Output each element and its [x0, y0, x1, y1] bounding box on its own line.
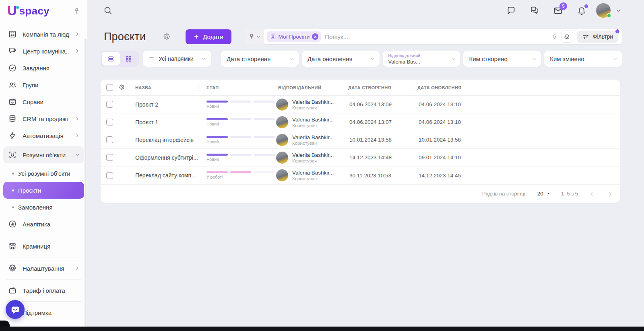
- stage-segment: [206, 136, 228, 138]
- billing-icon: [8, 286, 17, 295]
- sidebar-item-4[interactable]: Справи: [3, 93, 84, 110]
- search-input[interactable]: [325, 33, 549, 40]
- dropdown-value: Valeriia Bas...: [388, 59, 451, 65]
- sidebar-item-label: Групи: [23, 82, 80, 88]
- logo-u-mark: U: [7, 4, 17, 18]
- grid-view-icon: [125, 55, 132, 63]
- column-header-updated[interactable]: ДАТА ОНОВЛЕННЯ: [409, 84, 620, 91]
- sidebar-pin-icon[interactable]: [73, 8, 80, 14]
- add-button[interactable]: Додати: [186, 29, 231, 44]
- grid-view-button[interactable]: [120, 52, 138, 66]
- logo-dot-icon: [16, 6, 19, 9]
- table-row[interactable]: Оформлення субтитрі... Новий Valeriia Ba…: [101, 149, 620, 167]
- row-checkbox[interactable]: [106, 172, 113, 179]
- project-name[interactable]: Проєкт 1: [135, 119, 198, 125]
- owner-name: Valeriia Bashkir...: [292, 152, 334, 158]
- sidebar-item-0[interactable]: Компанія та люди: [3, 26, 84, 43]
- search-bar: Мої Проєкти 5 Фільтри: [245, 29, 622, 44]
- search-icon[interactable]: [103, 6, 113, 15]
- owner-name: Valeriia Bashkir...: [292, 170, 334, 176]
- smart-objects-icon: [8, 150, 17, 159]
- bullet-icon: [12, 173, 14, 175]
- saved-filters-pin-button[interactable]: [245, 29, 264, 44]
- column-header-owner[interactable]: ВІДПОВІДАЛЬНИЙ: [270, 84, 340, 91]
- table-row[interactable]: Проєкт 2 Новий Valeriia Bashkir... Корис…: [101, 96, 620, 113]
- direction-dropdown[interactable]: Усі напрямки: [143, 51, 211, 67]
- sidebar-subitem-9[interactable]: Проєкти: [3, 182, 84, 199]
- sidebar-item-5[interactable]: CRM та продажі: [3, 110, 84, 127]
- row-checkbox[interactable]: [106, 119, 113, 125]
- bell-icon[interactable]: [577, 6, 586, 15]
- sidebar-divider: [6, 257, 81, 257]
- table-row[interactable]: Проєкт 1 Новий Valeriia Bashkir... Корис…: [101, 113, 620, 131]
- table-row[interactable]: Переклад сайту комп... У роботі Valeriia…: [101, 167, 620, 184]
- filter-dropdowns: Дата створення Дата оновлення Відповідал…: [221, 51, 622, 67]
- saved-filter-chip[interactable]: Мої Проєкти: [267, 31, 321, 42]
- next-page-button[interactable]: [607, 191, 613, 197]
- table-settings-gear-icon[interactable]: [118, 84, 135, 91]
- rows-per-page-select[interactable]: 20: [537, 191, 551, 197]
- column-header-created[interactable]: ДАТА СТВОРЕННЯ: [340, 84, 409, 91]
- select-all-checkbox[interactable]: [106, 84, 113, 91]
- list-view-icon: [107, 55, 115, 63]
- sidebar-item-17[interactable]: Тариф і оплата: [3, 282, 84, 299]
- stage-label: Новий: [206, 121, 275, 126]
- clear-search-button[interactable]: [561, 31, 573, 43]
- support-chat-launcher[interactable]: [6, 300, 25, 319]
- owner-role: Користувач: [292, 158, 334, 163]
- sidebar-subitem-10[interactable]: Замовлення: [3, 199, 84, 216]
- sidebar-item-3[interactable]: Групи: [3, 76, 84, 93]
- table-row[interactable]: Переклад інтерфейсів Новий Valeriia Bash…: [101, 131, 620, 149]
- project-name[interactable]: Проєкт 2: [135, 101, 198, 108]
- row-checkbox[interactable]: [106, 101, 113, 108]
- results-count: 5: [553, 33, 556, 40]
- uspacy-logo[interactable]: Uspacy: [7, 4, 50, 18]
- sidebar-item-label: Налаштування: [23, 265, 69, 272]
- created-date: 30.11.2023 10:53: [340, 173, 409, 179]
- page-settings-gear-icon[interactable]: [163, 33, 171, 41]
- row-checkbox[interactable]: [106, 154, 113, 161]
- view-toggle: [101, 51, 139, 67]
- list-view-button[interactable]: [102, 52, 120, 66]
- project-name[interactable]: Оформлення субтитрі...: [135, 154, 198, 161]
- bell-notification-dot: [584, 4, 588, 8]
- search-field[interactable]: Мої Проєкти 5 Фільтри: [264, 29, 622, 44]
- filter-dropdown-2[interactable]: Відповідальний Valeriia Bas...: [383, 51, 460, 67]
- sidebar-scrollbar[interactable]: [85, 39, 87, 327]
- previous-page-button[interactable]: [588, 191, 595, 197]
- project-name[interactable]: Переклад сайту комп...: [135, 172, 198, 179]
- automation-icon: [8, 131, 17, 140]
- profile-chevron-down-icon[interactable]: [615, 7, 622, 14]
- sidebar-item-7[interactable]: Розумні об'єкти: [3, 146, 84, 163]
- filters-button[interactable]: Фільтри: [577, 31, 618, 43]
- page-header: Проєкти Додати Мої Проєкти: [88, 21, 644, 44]
- sidebar-item-11[interactable]: Аналітика: [3, 216, 84, 232]
- sliders-icon: [582, 33, 589, 40]
- chip-remove-icon[interactable]: [312, 33, 318, 40]
- sidebar-item-2[interactable]: Завдання: [3, 60, 84, 76]
- online-status-dot: [607, 13, 611, 18]
- sidebar-item-1[interactable]: Центр комуніка...: [3, 43, 84, 60]
- row-checkbox[interactable]: [106, 136, 113, 143]
- sidebar-divider: [6, 279, 81, 280]
- sidebar-item-13[interactable]: Крамниця: [3, 238, 84, 255]
- filter-dropdown-3[interactable]: Ким створено: [463, 51, 541, 67]
- column-header-stage[interactable]: ЕТАП: [198, 84, 270, 91]
- filter-dropdown-1[interactable]: Дата оновлення: [302, 51, 380, 67]
- sidebar-item-label: Крамниця: [23, 243, 80, 250]
- user-avatar[interactable]: [596, 3, 611, 18]
- stage-segment: [230, 118, 252, 120]
- chat-icon[interactable]: [506, 6, 516, 15]
- sidebar-item-6[interactable]: Автоматизація: [3, 127, 84, 144]
- project-name[interactable]: Переклад інтерфейсів: [135, 137, 198, 143]
- sidebar-header: Uspacy: [0, 0, 87, 22]
- created-date: 14.12.2023 14:48: [340, 154, 409, 160]
- filter-dropdown-0[interactable]: Дата створення: [221, 51, 299, 67]
- filter-dropdown-4[interactable]: Ким змінено: [544, 51, 622, 67]
- column-header-name[interactable]: НАЗВА: [135, 85, 198, 90]
- mail-icon[interactable]: 5: [553, 6, 563, 16]
- sidebar-subitem-8[interactable]: Усі розумні об'єкти: [3, 165, 84, 182]
- sidebar-item-15[interactable]: Налаштування: [3, 260, 84, 277]
- group-chat-icon[interactable]: [530, 6, 539, 15]
- dropdown-field-label: Відповідальний: [388, 53, 451, 58]
